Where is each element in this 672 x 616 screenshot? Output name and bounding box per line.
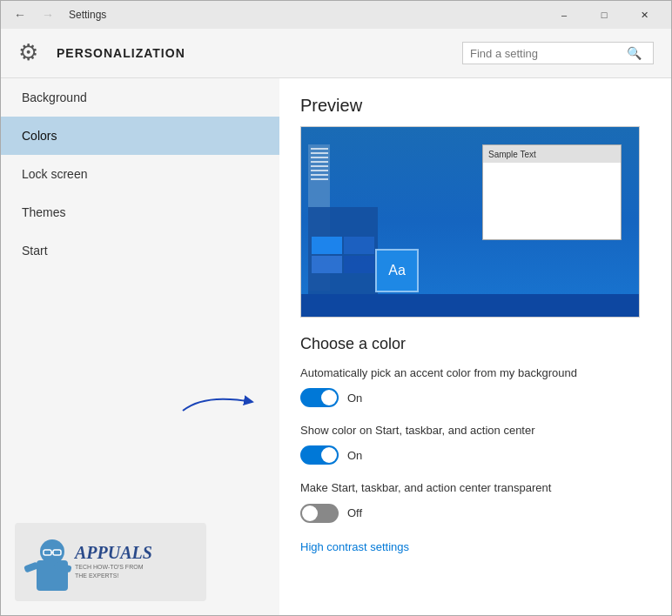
preview-startmenu xyxy=(308,207,378,294)
section-title: Choose a color xyxy=(300,335,650,353)
back-button[interactable]: ← xyxy=(8,3,32,27)
toggle-transparent[interactable] xyxy=(300,504,339,523)
preview-window: Sample Text xyxy=(482,144,622,240)
toggle-group-accent: Automatically pick an accent color from … xyxy=(300,365,650,407)
toggle-taskbar[interactable] xyxy=(300,445,339,465)
toggle-knob-transparent xyxy=(302,506,318,521)
toggle-group-taskbar: Show color on Start, taskbar, and action… xyxy=(300,423,650,465)
maximize-button[interactable]: □ xyxy=(584,1,624,29)
svg-text:APPUALS: APPUALS xyxy=(73,543,152,562)
logo-box: APPUALS TECH HOW-TO'S FROM THE EXPERTS! xyxy=(15,523,206,601)
minimize-button[interactable]: – xyxy=(544,1,584,29)
preview-icon-box: Aa xyxy=(375,249,419,292)
sample-text-label: Sample Text xyxy=(488,150,536,159)
header-left: ⚙ PERSONALIZATION xyxy=(18,39,185,67)
main-content: Preview xyxy=(279,78,671,615)
toggle-state-transparent: Off xyxy=(347,506,362,519)
toggle-knob-taskbar xyxy=(321,447,337,463)
toggle-label-transparent: Make Start, taskbar, and action center t… xyxy=(300,480,650,496)
sidebar-item-start[interactable]: Start xyxy=(1,231,279,270)
sidebar-item-themes[interactable]: Themes xyxy=(1,193,279,231)
preview-title: Preview xyxy=(300,96,650,116)
toggle-state-taskbar: On xyxy=(347,449,362,462)
content-area: Background Colors Lock screen Themes Sta… xyxy=(1,78,671,615)
appuals-logo: APPUALS TECH HOW-TO'S FROM THE EXPERTS! xyxy=(19,527,202,597)
settings-window: ← → Settings – □ ✕ ⚙ PERSONALIZATION 🔍 B… xyxy=(0,0,672,616)
toggle-knob-accent xyxy=(321,390,337,405)
preview-window-title: Sample Text xyxy=(483,145,621,163)
toggle-row-transparent: Off xyxy=(300,504,650,523)
toggle-accent[interactable] xyxy=(300,388,339,407)
toggle-row-accent: On xyxy=(300,388,650,407)
window-controls: – □ ✕ xyxy=(544,1,664,29)
sidebar-item-lock-screen[interactable]: Lock screen xyxy=(1,155,279,193)
forward-button[interactable]: → xyxy=(36,3,60,27)
high-contrast-link[interactable]: High contrast settings xyxy=(300,540,409,553)
preview-desktop: Aa Sample Text xyxy=(301,127,639,317)
app-header: ⚙ PERSONALIZATION 🔍 xyxy=(1,29,671,78)
svg-text:TECH HOW-TO'S FROM: TECH HOW-TO'S FROM xyxy=(75,564,144,570)
app-title: PERSONALIZATION xyxy=(57,46,185,60)
search-input[interactable] xyxy=(470,47,627,60)
search-icon: 🔍 xyxy=(627,46,642,60)
title-bar: ← → Settings – □ ✕ xyxy=(1,1,671,29)
sidebar-logo: APPUALS TECH HOW-TO'S FROM THE EXPERTS! xyxy=(1,509,279,615)
close-button[interactable]: ✕ xyxy=(624,1,664,29)
toggle-state-accent: On xyxy=(347,392,362,405)
toggle-group-transparent: Make Start, taskbar, and action center t… xyxy=(300,480,650,522)
toggle-label-accent: Automatically pick an accent color from … xyxy=(300,365,650,381)
toggle-row-taskbar: On xyxy=(300,445,650,465)
svg-text:THE EXPERTS!: THE EXPERTS! xyxy=(75,572,118,579)
sidebar-item-background[interactable]: Background xyxy=(1,78,279,117)
gear-icon: ⚙ xyxy=(18,39,46,67)
window-title: Settings xyxy=(69,9,106,21)
nav-buttons: ← → xyxy=(8,3,60,27)
preview-image: Aa Sample Text xyxy=(300,126,640,318)
preview-taskbar xyxy=(301,294,639,317)
sidebar-item-colors[interactable]: Colors xyxy=(1,117,279,155)
toggle-label-taskbar: Show color on Start, taskbar, and action… xyxy=(300,423,650,439)
title-bar-left: ← → Settings xyxy=(8,3,106,27)
search-box[interactable]: 🔍 xyxy=(462,42,654,64)
sidebar: Background Colors Lock screen Themes Sta… xyxy=(1,78,279,615)
